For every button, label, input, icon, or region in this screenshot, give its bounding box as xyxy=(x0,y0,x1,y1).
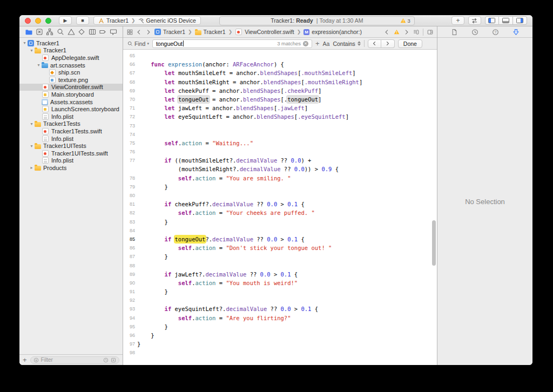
project-navigator-icon[interactable] xyxy=(24,28,33,36)
code-line[interactable]: 91 } xyxy=(123,287,437,296)
blue-arrow-down-icon[interactable] xyxy=(511,28,520,36)
previous-issue-icon[interactable] xyxy=(384,29,390,35)
source-code-editor[interactable]: 6566 func expression(anchor: ARFaceAncho… xyxy=(123,50,437,365)
file-tree-item[interactable]: Assets.xcassets xyxy=(19,98,123,106)
file-tree-item[interactable]: ▾Tracker1Tests xyxy=(19,120,123,128)
line-number[interactable]: 67 xyxy=(123,69,137,77)
test-navigator-icon[interactable] xyxy=(77,28,86,36)
code-line[interactable]: 93 if eyeSquintLeft?.decimalValue ?? 0.0… xyxy=(123,305,437,313)
next-issue-icon[interactable] xyxy=(403,29,409,35)
line-number[interactable]: 83 xyxy=(123,218,137,226)
line-number[interactable]: 66 xyxy=(123,60,137,69)
line-number[interactable]: 80 xyxy=(123,191,137,200)
breadcrumb-item[interactable]: Mexpression(anchor:) xyxy=(304,29,362,35)
code-line[interactable]: 90 self.action = "You mouth is weird!" xyxy=(123,279,437,287)
scheme-selector[interactable]: Tracker1 ❯ Generic iOS Device xyxy=(93,16,201,25)
file-tree-item[interactable]: Info.plist xyxy=(19,113,123,120)
code-line[interactable]: 76 xyxy=(123,147,437,156)
code-line[interactable]: 94 self.action = "Are you flirting?" xyxy=(123,314,437,322)
file-tree-item[interactable]: Info.plist xyxy=(19,135,123,143)
go-back-icon[interactable] xyxy=(136,29,142,35)
debug-navigator-icon[interactable] xyxy=(88,28,97,36)
code-line[interactable]: 92 xyxy=(123,296,437,305)
line-number[interactable]: 85 xyxy=(123,235,137,244)
file-tree-item[interactable]: texture.png xyxy=(19,76,123,84)
line-number[interactable]: 76 xyxy=(123,147,137,156)
line-number[interactable]: 96 xyxy=(123,331,137,340)
file-tree-item[interactable]: Main.storyboard xyxy=(19,91,123,98)
clear-search-icon[interactable]: ✕ xyxy=(303,41,308,46)
code-line[interactable]: (mouthSmileRight?.decimalValue ?? 0.0)) … xyxy=(123,165,437,173)
breadcrumb-item[interactable]: Tracker1 xyxy=(195,29,226,35)
code-line[interactable]: 89 if jawLeft?.decimalValue ?? 0.0 > 0.1… xyxy=(123,270,437,279)
quick-help-inspector-icon[interactable]: ? xyxy=(491,28,500,36)
line-number[interactable]: 91 xyxy=(123,287,137,296)
disclosure-triangle[interactable]: ▾ xyxy=(29,48,35,53)
file-tree-item[interactable]: Info.plist xyxy=(19,157,123,165)
file-tree-item[interactable]: ▾Tracker1UITests xyxy=(19,142,123,150)
line-number[interactable]: 77 xyxy=(123,156,137,165)
disclosure-triangle[interactable]: ▾ xyxy=(22,40,28,45)
code-line[interactable]: 78 self.action = "You are smiling. " xyxy=(123,174,437,183)
line-number[interactable]: 95 xyxy=(123,322,137,331)
code-line[interactable]: 96 } xyxy=(123,331,437,340)
warning-badge[interactable]: 3 xyxy=(400,18,410,24)
editor-scrollbar[interactable] xyxy=(432,220,436,266)
line-number[interactable]: 68 xyxy=(123,78,137,86)
line-number[interactable]: 86 xyxy=(123,244,137,252)
add-editor-icon[interactable] xyxy=(427,29,433,35)
file-tree-item[interactable]: Tracker1UITests.swift xyxy=(19,150,123,157)
code-line[interactable]: 70 let tongueOut = anchor.blendShapes[.t… xyxy=(123,95,437,104)
code-line[interactable]: 85 if tongueOut?.decimalValue ?? 0.0 > 0… xyxy=(123,235,437,244)
code-line[interactable]: 98 xyxy=(123,348,437,357)
code-line[interactable]: 97} xyxy=(123,340,437,348)
breadcrumb-item[interactable]: Tracker1 xyxy=(154,29,185,35)
code-line[interactable]: 74 xyxy=(123,130,437,139)
close-window-button[interactable] xyxy=(25,18,31,24)
line-number[interactable]: 90 xyxy=(123,279,137,287)
toggle-inspector-button[interactable] xyxy=(513,16,527,25)
line-number[interactable]: 79 xyxy=(123,183,137,191)
code-line[interactable]: 95 } xyxy=(123,322,437,331)
code-line[interactable]: 79 } xyxy=(123,183,437,191)
file-tree-item[interactable]: AppDelegate.swift xyxy=(19,54,123,62)
file-tree-item[interactable]: ▾Tracker1 xyxy=(19,47,123,55)
disclosure-triangle[interactable]: ▾ xyxy=(36,63,42,67)
line-number[interactable]: 69 xyxy=(123,86,137,95)
disclosure-triangle[interactable]: ▸ xyxy=(29,165,35,170)
file-tree-item[interactable]: LaunchScreen.storyboard xyxy=(19,105,123,113)
code-line[interactable]: 72 let eyeSquintLeft = anchor.blendShape… xyxy=(123,112,437,121)
find-done-button[interactable]: Done xyxy=(398,39,422,48)
code-line[interactable]: 81 if cheekPuff?.decimalValue ?? 0.0 > 0… xyxy=(123,200,437,208)
recent-files-icon[interactable] xyxy=(103,357,109,363)
library-add-button[interactable]: + xyxy=(451,16,464,25)
line-number[interactable]: 71 xyxy=(123,104,137,112)
symbol-navigator-icon[interactable] xyxy=(45,28,54,36)
find-navigator-icon[interactable] xyxy=(56,28,65,36)
code-line[interactable]: 75 self.action = "Waiting..." xyxy=(123,139,437,147)
line-number[interactable]: 81 xyxy=(123,200,137,208)
find-previous-button[interactable] xyxy=(368,39,381,48)
code-line[interactable]: 80 xyxy=(123,191,437,200)
toggle-debug-area-button[interactable] xyxy=(499,16,513,25)
line-number[interactable]: 87 xyxy=(123,252,137,261)
line-number[interactable]: 97 xyxy=(123,340,137,348)
add-search-criteria-button[interactable]: + xyxy=(315,40,320,47)
zoom-window-button[interactable] xyxy=(45,18,51,24)
filter-field[interactable]: Filter xyxy=(30,356,119,364)
line-number[interactable]: 72 xyxy=(123,112,137,121)
line-number[interactable]: 74 xyxy=(123,130,137,139)
code-line[interactable]: 71 let jawLeft = anchor.blendShapes[.jaw… xyxy=(123,104,437,112)
code-line[interactable]: 69 let cheekPuff = anchor.blendShapes[.c… xyxy=(123,86,437,95)
file-inspector-icon[interactable] xyxy=(450,28,458,36)
disclosure-triangle[interactable]: ▾ xyxy=(29,144,35,148)
code-line[interactable]: 65 xyxy=(123,51,437,60)
adjust-editor-options-icon[interactable] xyxy=(413,29,419,35)
file-tree-item[interactable]: ▾art.scnassets xyxy=(19,62,123,69)
code-line[interactable]: 73 xyxy=(123,121,437,130)
add-file-button[interactable]: + xyxy=(23,356,27,363)
related-items-icon[interactable] xyxy=(127,29,133,35)
code-line[interactable]: 84 xyxy=(123,226,437,235)
code-line[interactable]: 68 let mouthSmileRight = anchor.blendSha… xyxy=(123,78,437,86)
stop-button[interactable]: ■ xyxy=(76,16,89,25)
